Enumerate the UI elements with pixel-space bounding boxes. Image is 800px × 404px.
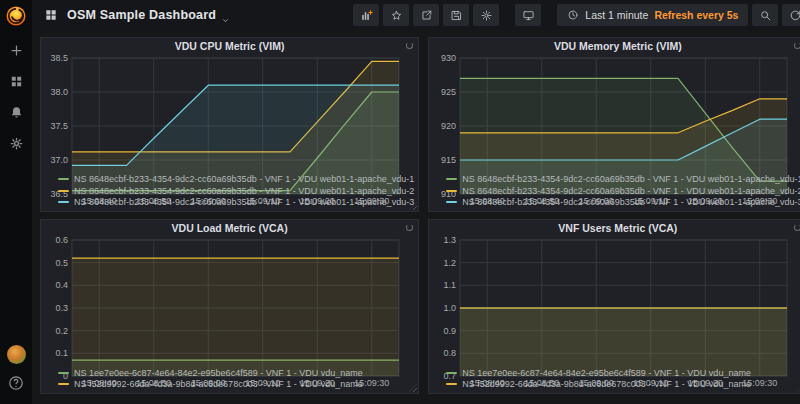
y-axis-tick-label: 0.5	[55, 258, 68, 268]
legend-series-color-marker	[58, 201, 69, 203]
panel-vdu-load-metric: VDU Load Metric (VCA) 00.10.20.30.40.50.…	[40, 219, 419, 394]
chevron-down-icon[interactable]	[221, 11, 230, 20]
zoom-out-search-icon[interactable]	[752, 4, 778, 26]
legend-item[interactable]: NS 8648ecbf-b233-4354-9dc2-cc60a69b35db …	[446, 174, 800, 186]
y-axis-tick-label: 37.0	[50, 155, 68, 165]
legend-series-label: NS 8648ecbf-b233-4354-9dc2-cc60a69b35db …	[462, 174, 800, 184]
legend-series-color-marker	[58, 372, 69, 374]
legend-series-color-marker	[446, 178, 457, 180]
y-axis-tick-label: 1.1	[444, 280, 457, 290]
y-axis-tick-label: 920	[441, 121, 456, 131]
y-axis-tick-label: 0.6	[55, 236, 68, 245]
legend-item[interactable]: NS 8648ecbf-b233-4354-9dc2-cc60a69b35db …	[58, 185, 414, 197]
y-axis-tick-label: 0.9	[444, 326, 457, 336]
y-axis-tick-label: 0.8	[444, 348, 457, 358]
sidebar	[0, 0, 32, 404]
y-axis-tick-label: 1.2	[444, 258, 457, 268]
time-range-label: Last 1 minute	[585, 9, 648, 21]
dashboard-navbar: OSM Sample Dashboard	[32, 0, 800, 30]
legend-item[interactable]: NS 1ee7e0ee-6c87-4e64-84e2-e95be6c4f589 …	[446, 367, 800, 379]
legend-series-color-marker	[58, 178, 69, 180]
clock-icon	[567, 9, 579, 21]
legend-item[interactable]: NS 1ee7e0ee-6c87-4e64-84e2-e95be6c4f589 …	[58, 367, 414, 379]
save-button[interactable]	[443, 4, 469, 26]
panel-legend: NS 8648ecbf-b233-4354-9dc2-cc60a69b35db …	[433, 173, 800, 210]
legend-series-label: NS 8648ecbf-b233-4354-9dc2-cc60a69b35db …	[74, 174, 414, 184]
legend-series-label: NS 8648ecbf-b233-4354-9dc2-cc60a69b35db …	[74, 186, 414, 196]
panel-loading-icon	[794, 42, 800, 49]
share-button[interactable]	[413, 4, 439, 26]
panel-loading-icon	[794, 224, 800, 231]
panel-title[interactable]: VDU Load Metric (VCA)	[45, 221, 414, 236]
legend-series-color-marker	[58, 190, 69, 192]
tv-mode-button[interactable]	[515, 4, 541, 26]
panel-legend: NS 1ee7e0ee-6c87-4e64-84e2-e95be6c4f589 …	[433, 366, 800, 391]
dashboard-title[interactable]: OSM Sample Dashboard	[67, 8, 216, 22]
legend-series-color-marker	[446, 372, 457, 374]
dashboard-grid: VDU CPU Metric (VIM) 36.537.037.538.038.…	[32, 30, 800, 404]
panel-title[interactable]: VNF Users Metric (VCA)	[433, 221, 800, 236]
y-axis-tick-label: 0.1	[55, 348, 68, 358]
y-axis-tick-label: 925	[441, 87, 456, 97]
configuration-gear-icon[interactable]	[6, 133, 26, 153]
legend-series-label: NS f52d9992-66da-4d3a-9b8d-ac6de678c003 …	[462, 379, 751, 389]
cpu-chart[interactable]: 36.537.037.538.038.515:08:4015:08:5015:0…	[45, 54, 414, 173]
panel-legend: NS 1ee7e0ee-6c87-4e64-84e2-e95be6c4f589 …	[45, 366, 414, 391]
legend-item[interactable]: NS 8648ecbf-b233-4354-9dc2-cc60a69b35db …	[446, 197, 800, 209]
legend-item[interactable]: NS f52d9992-66da-4d3a-9b8d-ac6de678c003 …	[446, 379, 800, 391]
legend-item[interactable]: NS 8648ecbf-b233-4354-9dc2-cc60a69b35db …	[446, 185, 800, 197]
main-area: OSM Sample Dashboard	[32, 0, 800, 404]
y-axis-tick-label: 38.0	[50, 87, 68, 97]
y-axis-tick-label: 930	[441, 54, 456, 63]
load-chart[interactable]: 00.10.20.30.40.50.615:08:4015:08:5015:09…	[45, 236, 414, 366]
panel-legend: NS 8648ecbf-b233-4354-9dc2-cc60a69b35db …	[45, 173, 414, 210]
user-avatar[interactable]	[7, 345, 26, 364]
y-axis-tick-label: 915	[441, 155, 456, 165]
legend-series-color-marker	[58, 383, 69, 385]
legend-item[interactable]: NS 8648ecbf-b233-4354-9dc2-cc60a69b35db …	[58, 197, 414, 209]
legend-series-label: NS 8648ecbf-b233-4354-9dc2-cc60a69b35db …	[462, 186, 800, 196]
legend-series-label: NS f52d9992-66da-4d3a-9b8d-ac6de678c003 …	[74, 379, 363, 389]
legend-series-label: NS 1ee7e0ee-6c87-4e64-84e2-e95be6c4f589 …	[74, 368, 363, 378]
legend-series-label: NS 8648ecbf-b233-4354-9dc2-cc60a69b35db …	[74, 197, 414, 207]
panel-vnf-users-metric: VNF Users Metric (VCA) 0.70.80.91.01.11.…	[428, 219, 800, 394]
legend-series-color-marker	[446, 201, 457, 203]
add-panel-button[interactable]	[353, 4, 379, 26]
panel-vdu-memory-metric: VDU Memory Metric (VIM) 9109159209259301…	[428, 37, 800, 212]
grafana-logo-icon[interactable]	[4, 4, 28, 28]
refresh-button[interactable]	[782, 4, 800, 26]
legend-series-label: NS 1ee7e0ee-6c87-4e64-84e2-e95be6c4f589 …	[462, 368, 751, 378]
dashboard-settings-gear-icon[interactable]	[473, 4, 499, 26]
users-chart[interactable]: 0.70.80.91.01.11.21.315:08:4015:08:5015:…	[433, 236, 800, 366]
y-axis-tick-label: 38.5	[50, 54, 68, 63]
legend-item[interactable]: NS 8648ecbf-b233-4354-9dc2-cc60a69b35db …	[58, 174, 414, 186]
y-axis-tick-label: 0.3	[55, 303, 68, 313]
refresh-interval-label: Refresh every 5s	[654, 9, 738, 21]
legend-series-color-marker	[446, 383, 457, 385]
star-button[interactable]	[383, 4, 409, 26]
y-axis-tick-label: 0.4	[55, 280, 68, 290]
legend-series-label: NS 8648ecbf-b233-4354-9dc2-cc60a69b35db …	[462, 197, 800, 207]
grafana-app: OSM Sample Dashboard	[0, 0, 800, 404]
legend-series-color-marker	[446, 190, 457, 192]
panel-vdu-cpu-metric: VDU CPU Metric (VIM) 36.537.037.538.038.…	[40, 37, 419, 212]
y-axis-tick-label: 37.5	[50, 121, 68, 131]
dashboard-picker-grid-icon[interactable]	[44, 8, 58, 22]
alerting-bell-icon[interactable]	[6, 102, 26, 122]
memory-chart[interactable]: 91091592092593015:08:4015:08:5015:09:001…	[433, 54, 800, 173]
series-fill	[72, 258, 399, 376]
time-picker-button[interactable]: Last 1 minute Refresh every 5s	[557, 4, 748, 26]
legend-item[interactable]: NS f52d9992-66da-4d3a-9b8d-ac6de678c003 …	[58, 379, 414, 391]
sidebar-menu	[6, 40, 26, 164]
panel-title[interactable]: VDU CPU Metric (VIM)	[45, 39, 414, 54]
help-question-icon[interactable]	[7, 374, 25, 392]
y-axis-tick-label: 0.2	[55, 326, 68, 336]
panel-title[interactable]: VDU Memory Metric (VIM)	[433, 39, 800, 54]
dashboards-icon[interactable]	[6, 71, 26, 91]
create-plus-icon[interactable]	[6, 40, 26, 60]
y-axis-tick-label: 1.3	[444, 236, 457, 245]
y-axis-tick-label: 1.0	[444, 303, 457, 313]
